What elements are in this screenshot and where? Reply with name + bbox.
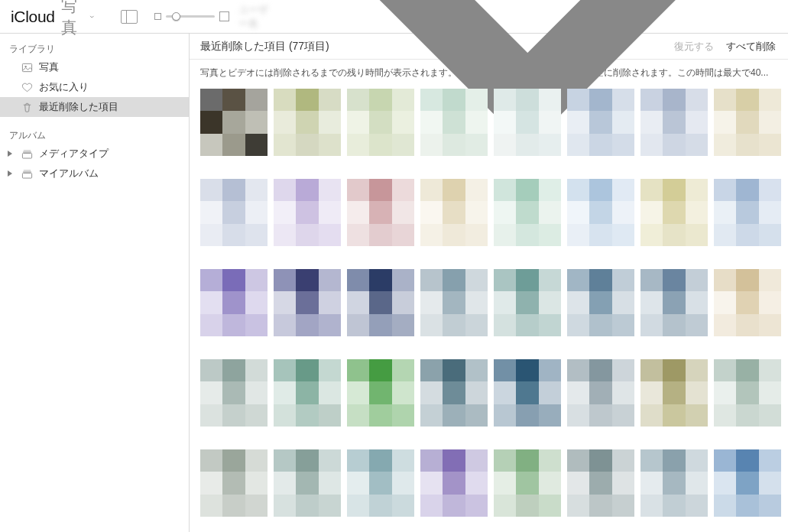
- svg-rect-102: [369, 201, 391, 223]
- svg-rect-236: [274, 381, 296, 404]
- photo-tile[interactable]: [274, 269, 341, 336]
- sidebar-item-photos[interactable]: 写真: [0, 57, 189, 77]
- toolbar-controls: [121, 7, 229, 27]
- svg-rect-214: [686, 314, 708, 336]
- photo-tile[interactable]: [420, 269, 488, 336]
- photo-tile[interactable]: [640, 359, 708, 427]
- svg-rect-82: [245, 179, 268, 201]
- photo-tile[interactable]: [494, 179, 561, 246]
- zoom-slider[interactable]: [154, 11, 229, 21]
- photo-tile[interactable]: [714, 89, 781, 156]
- photo-tile[interactable]: [274, 89, 341, 156]
- svg-rect-337: [539, 472, 561, 494]
- photo-tile[interactable]: [420, 89, 488, 156]
- svg-rect-258: [443, 404, 465, 427]
- brand-section[interactable]: 写真: [61, 0, 83, 38]
- photo-tile[interactable]: [200, 269, 268, 336]
- photo-tile[interactable]: [494, 89, 561, 156]
- svg-rect-119: [494, 201, 516, 223]
- svg-rect-77: [714, 134, 736, 156]
- svg-rect-94: [319, 201, 341, 223]
- account-menu[interactable]: ユーザー名: [238, 3, 271, 31]
- svg-rect-330: [443, 495, 465, 517]
- svg-rect-342: [589, 449, 611, 472]
- photo-tile[interactable]: [714, 359, 781, 427]
- photo-tile[interactable]: [494, 359, 561, 427]
- photo-tile[interactable]: [200, 449, 268, 517]
- svg-rect-72: [736, 89, 758, 111]
- svg-rect-201: [589, 291, 611, 313]
- photo-tile[interactable]: [494, 449, 561, 517]
- svg-rect-190: [539, 269, 561, 291]
- photo-tile[interactable]: [347, 179, 414, 246]
- svg-rect-62: [640, 89, 663, 111]
- svg-rect-95: [274, 224, 296, 246]
- photo-tile[interactable]: [567, 359, 634, 427]
- photo-tile[interactable]: [714, 449, 781, 517]
- svg-rect-305: [274, 449, 296, 472]
- svg-rect-71: [714, 89, 736, 111]
- sidebar-item-favorites[interactable]: お気に入り: [0, 77, 189, 97]
- disclosure-triangle-icon[interactable]: [8, 170, 12, 177]
- svg-rect-339: [516, 495, 538, 517]
- photo-tile[interactable]: [714, 269, 781, 336]
- photo-tile[interactable]: [274, 179, 341, 246]
- svg-rect-180: [443, 269, 465, 291]
- svg-rect-36: [443, 89, 465, 111]
- svg-rect-265: [539, 381, 561, 404]
- photo-tile[interactable]: [640, 449, 708, 517]
- photo-tile[interactable]: [420, 359, 488, 427]
- sidebar-item-recently-deleted[interactable]: 最近削除した項目: [0, 97, 189, 117]
- svg-rect-211: [686, 291, 708, 313]
- svg-rect-333: [516, 449, 538, 472]
- photo-tile[interactable]: [420, 179, 488, 246]
- svg-rect-272: [567, 381, 589, 404]
- sidebar-item-my-albums[interactable]: マイアルバム: [0, 164, 189, 183]
- svg-rect-363: [736, 472, 758, 494]
- svg-rect-81: [222, 179, 245, 201]
- svg-rect-140: [640, 224, 663, 246]
- svg-rect-308: [274, 472, 296, 494]
- sidebar-item-label: 最近削除した項目: [39, 100, 118, 114]
- svg-rect-197: [567, 269, 589, 291]
- chevron-down-icon[interactable]: [89, 13, 95, 21]
- svg-rect-215: [714, 269, 736, 291]
- svg-rect-262: [539, 359, 561, 381]
- photo-tile[interactable]: [347, 269, 414, 336]
- svg-rect-320: [347, 495, 369, 517]
- photo-tile[interactable]: [640, 89, 708, 156]
- photo-tile[interactable]: [347, 359, 414, 427]
- photo-tile[interactable]: [200, 89, 268, 156]
- photo-tile[interactable]: [567, 449, 634, 517]
- svg-rect-198: [589, 269, 611, 291]
- svg-rect-264: [516, 381, 538, 404]
- photo-tile[interactable]: [567, 269, 634, 336]
- photo-tile[interactable]: [347, 89, 414, 156]
- svg-rect-269: [567, 359, 589, 381]
- photo-tile[interactable]: [494, 269, 561, 336]
- toggle-sidebar-button[interactable]: [121, 10, 138, 24]
- photo-tile[interactable]: [200, 179, 268, 246]
- photo-tile[interactable]: [567, 89, 634, 156]
- svg-rect-233: [274, 359, 296, 381]
- photo-tile[interactable]: [567, 179, 634, 246]
- photo-tile[interactable]: [714, 179, 781, 246]
- photo-tile[interactable]: [640, 179, 708, 246]
- photo-tile[interactable]: [640, 269, 708, 336]
- sidebar-item-media-types[interactable]: メディアタイプ: [0, 144, 189, 164]
- zoom-handle[interactable]: [172, 12, 180, 21]
- svg-rect-311: [274, 495, 296, 517]
- svg-rect-22: [319, 111, 341, 133]
- svg-rect-148: [759, 201, 781, 223]
- photo-tile[interactable]: [200, 359, 268, 427]
- toolbar: iCloud 写真 ユーザー名: [0, 0, 788, 34]
- photo-tile[interactable]: [274, 449, 341, 517]
- sidebar: ライブラリ 写真 お気に入り 最近削除した項目 アルバム: [0, 34, 190, 532]
- photo-tile[interactable]: [347, 449, 414, 517]
- svg-rect-156: [222, 291, 245, 313]
- zoom-track[interactable]: [166, 15, 215, 18]
- photo-tile[interactable]: [420, 449, 488, 517]
- disclosure-triangle-icon[interactable]: [8, 151, 12, 157]
- photo-tile[interactable]: [274, 359, 341, 427]
- svg-rect-226: [245, 359, 268, 381]
